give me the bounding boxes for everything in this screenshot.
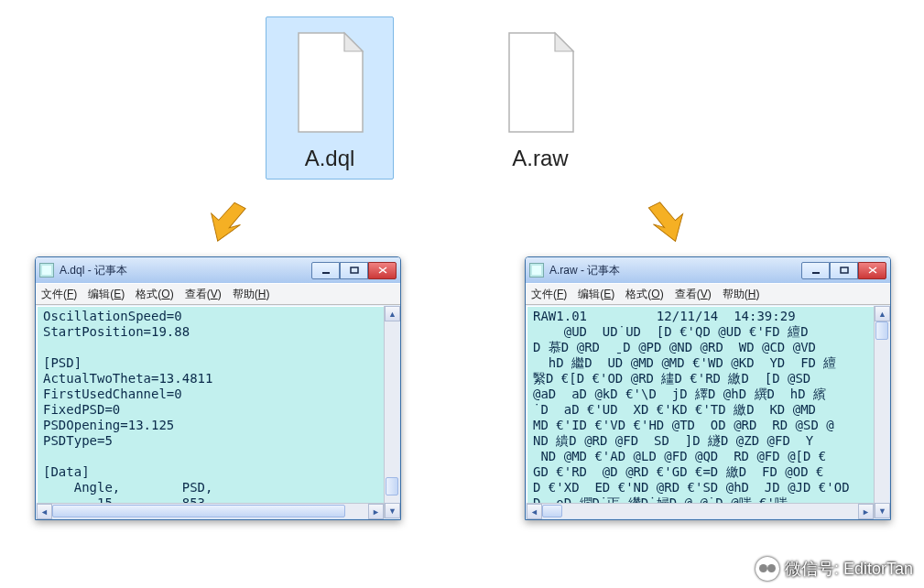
menubar: 文件(F) 编辑(E) 格式(O) 查看(V) 帮助(H) [36,283,400,305]
svg-rect-0 [322,272,330,274]
scroll-thumb[interactable] [52,505,345,517]
scroll-right-icon[interactable]: ► [368,504,384,519]
svg-rect-5 [841,267,848,273]
minimize-button[interactable] [801,262,830,279]
maximize-button[interactable] [830,262,858,279]
menu-format[interactable]: 格式(O) [625,287,663,302]
close-button[interactable] [368,262,397,279]
notepad-app-icon [529,263,544,278]
arrow-down-right-icon [639,192,699,252]
svg-rect-4 [812,272,820,274]
scroll-left-icon[interactable]: ◄ [37,504,52,519]
vertical-scrollbar[interactable]: ▲ ▼ [384,306,399,518]
menubar: 文件(F) 编辑(E) 格式(O) 查看(V) 帮助(H) [526,283,890,305]
menu-file[interactable]: 文件(F) [41,287,77,302]
scroll-right-icon[interactable]: ► [858,504,874,519]
text-content[interactable]: RAW1.01 12/11/14 14:39:29 @UD UD˙UD [D €… [527,306,889,517]
minimize-button[interactable] [311,262,340,279]
wechat-icon [756,557,779,581]
watermark: 微信号: EditorTan [756,557,913,581]
scroll-left-icon[interactable]: ◄ [527,504,542,519]
generic-file-icon [279,23,380,142]
scroll-thumb[interactable] [875,321,888,340]
text-content[interactable]: OscillationSpeed=0 StartPosition=19.88 [… [37,306,399,517]
scroll-up-icon[interactable]: ▲ [875,306,890,321]
generic-file-icon [490,23,591,142]
scroll-down-icon[interactable]: ▼ [875,503,890,518]
scroll-up-icon[interactable]: ▲ [385,306,400,321]
notepad-window-raw: A.raw - 记事本 文件(F) 编辑(E) 格式(O) 查看(V) 帮助(H… [525,256,891,520]
maximize-button[interactable] [340,262,368,279]
window-title: A.dql - 记事本 [60,263,311,278]
scroll-down-icon[interactable]: ▼ [385,503,400,518]
menu-format[interactable]: 格式(O) [136,287,173,302]
close-button[interactable] [858,262,886,279]
notepad-window-dql: A.dql - 记事本 文件(F) 编辑(E) 格式(O) 查看(V) 帮助(H… [35,256,401,520]
menu-file[interactable]: 文件(F) [531,287,567,302]
watermark-text: 微信号: EditorTan [785,558,913,580]
window-title: A.raw - 记事本 [549,263,801,278]
scroll-thumb[interactable] [386,477,398,495]
menu-help[interactable]: 帮助(H) [233,287,270,302]
vertical-scrollbar[interactable]: ▲ ▼ [874,306,889,518]
file-label-raw: A.raw [512,146,568,171]
file-icon-raw[interactable]: A.raw [476,16,604,180]
notepad-app-icon [39,263,54,278]
file-icon-dql[interactable]: A.dql [266,16,394,180]
menu-edit[interactable]: 编辑(E) [88,287,125,302]
menu-view[interactable]: 查看(V) [675,287,712,302]
menu-edit[interactable]: 编辑(E) [578,287,614,302]
svg-rect-1 [351,267,358,273]
menu-view[interactable]: 查看(V) [185,287,222,302]
horizontal-scrollbar[interactable]: ◄ ► [37,503,384,518]
menu-help[interactable]: 帮助(H) [723,287,760,302]
titlebar[interactable]: A.dql - 记事本 [36,257,400,283]
scroll-thumb[interactable] [542,505,562,517]
horizontal-scrollbar[interactable]: ◄ ► [527,503,874,518]
titlebar[interactable]: A.raw - 记事本 [526,257,890,283]
file-label-dql: A.dql [305,146,355,171]
arrow-down-left-icon [195,191,255,252]
